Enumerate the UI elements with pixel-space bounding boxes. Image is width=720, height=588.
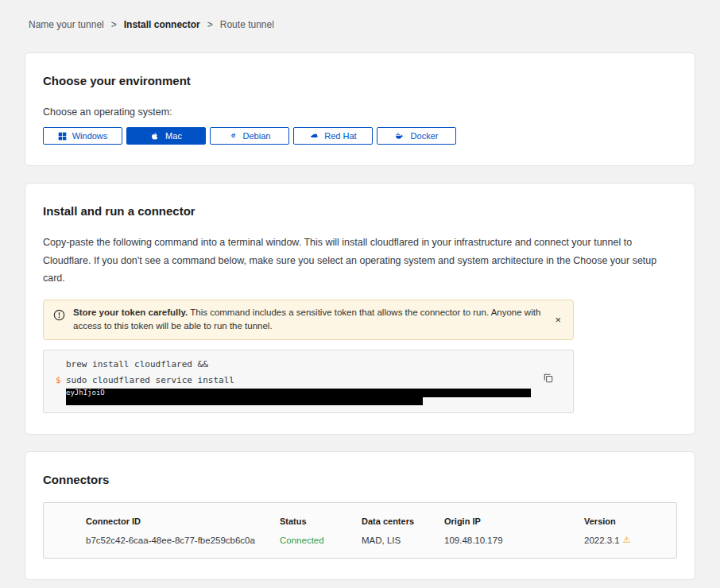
origin-ip-value: 109.48.10.179: [444, 536, 584, 545]
docker-icon: [395, 132, 405, 141]
breadcrumb-route-tunnel[interactable]: Route tunnel: [220, 19, 274, 30]
connectors-card: Connectors Connector ID Status Data cent…: [25, 451, 695, 580]
token-warning-text: Store your token carefully. This command…: [73, 306, 544, 335]
code-line-1: brew install cloudflared &&: [56, 357, 561, 373]
alert-circle-icon: [53, 309, 65, 324]
redacted-token-bar: eyJhIjoiO: [66, 389, 531, 397]
choose-environment-title: Choose your environment: [43, 74, 677, 87]
shell-prompt: $: [56, 373, 66, 389]
code-token-line: eyJhIjoiO: [56, 389, 561, 397]
install-connector-card: Install and run a connector Copy-paste t…: [25, 183, 695, 435]
os-button-windows[interactable]: Windows: [43, 127, 122, 145]
windows-icon: [58, 132, 67, 141]
code-redacted-line: [56, 397, 561, 405]
os-button-label: Debian: [243, 131, 271, 141]
redhat-icon: [309, 131, 319, 141]
header-connector-id: Connector ID: [86, 516, 280, 526]
code-text: brew install cloudflared &&: [66, 357, 208, 373]
code-text: sudo cloudflared service install: [66, 373, 234, 389]
debian-icon: [229, 132, 238, 141]
version-number: 2022.3.1: [584, 536, 620, 545]
os-button-debian[interactable]: Debian: [210, 127, 289, 145]
choose-environment-card: Choose your environment Choose an operat…: [25, 52, 695, 166]
status-badge: Connected: [280, 536, 362, 545]
connectors-table-header: Connector ID Status Data centers Origin …: [86, 516, 676, 526]
page: Name your tunnel > Install connector > R…: [0, 0, 720, 588]
install-description: Copy-paste the following command into a …: [43, 234, 677, 288]
copy-icon[interactable]: [541, 371, 555, 388]
token-warning-banner: Store your token carefully. This command…: [43, 300, 574, 341]
breadcrumb-name-your-tunnel[interactable]: Name your tunnel: [29, 19, 104, 30]
apple-icon: [150, 131, 160, 141]
os-button-redhat[interactable]: Red Hat: [293, 127, 373, 145]
os-button-label: Red Hat: [324, 131, 356, 141]
os-button-label: Windows: [72, 131, 108, 141]
os-button-row: Windows Mac Debian Red Hat: [43, 127, 677, 145]
connector-id-value: b7c52c42-6caa-48ee-8c77-fbe259cb6c0a: [86, 536, 280, 545]
breadcrumb-separator: >: [207, 19, 213, 30]
data-centers-value: MAD, LIS: [362, 536, 444, 545]
breadcrumb: Name your tunnel > Install connector > R…: [29, 19, 695, 30]
header-status: Status: [280, 516, 362, 526]
header-data-centers: Data centers: [362, 516, 444, 526]
close-icon[interactable]: ×: [552, 313, 563, 327]
operating-system-label: Choose an operating system:: [43, 106, 677, 118]
header-origin-ip: Origin IP: [444, 516, 584, 526]
os-button-label: Mac: [165, 131, 182, 141]
install-command-code-block: brew install cloudflared && $sudo cloudf…: [43, 350, 574, 413]
token-warning-bold: Store your token carefully.: [73, 308, 188, 317]
connectors-title: Connectors: [43, 473, 677, 486]
header-version: Version: [584, 516, 676, 526]
version-value: 2022.3.1⚠: [584, 535, 676, 545]
os-button-mac[interactable]: Mac: [126, 127, 206, 145]
version-warning-icon: ⚠: [623, 535, 631, 545]
connectors-table: Connector ID Status Data centers Origin …: [43, 502, 677, 559]
table-row: b7c52c42-6caa-48ee-8c77-fbe259cb6c0a Con…: [86, 535, 676, 545]
breadcrumb-separator: >: [111, 19, 117, 30]
breadcrumb-install-connector: Install connector: [124, 19, 200, 30]
redaction-bar: [105, 389, 531, 397]
os-button-label: Docker: [411, 131, 439, 141]
redaction-bar: [66, 397, 423, 405]
install-connector-title: Install and run a connector: [43, 204, 677, 218]
os-button-docker[interactable]: Docker: [377, 127, 456, 145]
token-prefix: eyJhIjoiO: [66, 389, 105, 397]
code-line-2: $sudo cloudflared service install: [56, 373, 561, 389]
